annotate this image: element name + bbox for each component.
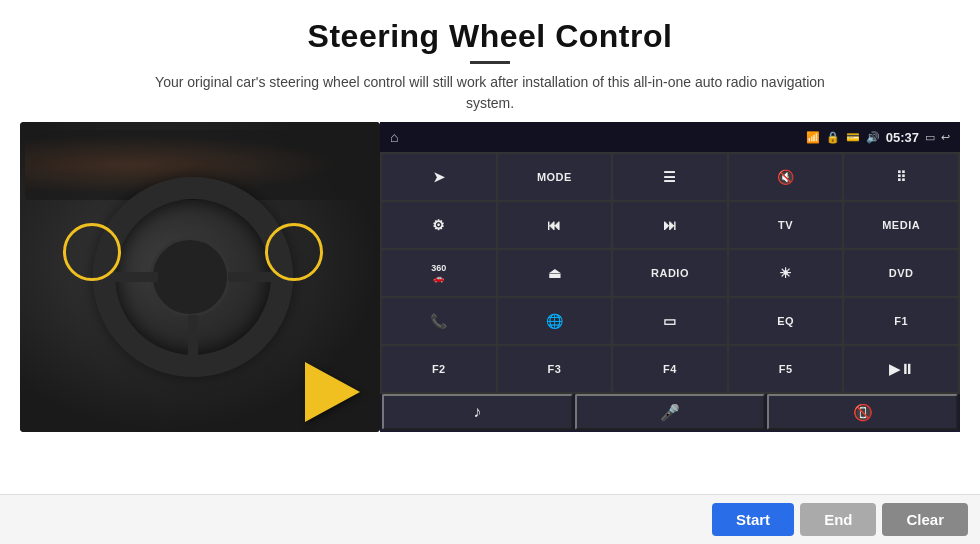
yellow-circle-right	[265, 223, 323, 281]
f3-button[interactable]: F3	[498, 346, 612, 392]
eq-button[interactable]: EQ	[729, 298, 843, 344]
media-label: MEDIA	[882, 219, 920, 231]
icon-row: ♪ 🎤 📵	[380, 394, 960, 432]
radio-button[interactable]: RADIO	[613, 250, 727, 296]
list-button[interactable]: ☰	[613, 154, 727, 200]
yellow-arrow-icon	[305, 362, 360, 422]
status-bar: ⌂ 📶 🔒 💳 🔊 05:37 ▭ ↩	[380, 122, 960, 152]
360cam-label: 360🚗	[431, 263, 446, 283]
tv-button[interactable]: TV	[729, 202, 843, 248]
tv-label: TV	[778, 219, 793, 231]
mode-button[interactable]: MODE	[498, 154, 612, 200]
spoke-left	[108, 272, 158, 282]
radio-panel: ⌂ 📶 🔒 💳 🔊 05:37 ▭ ↩ ➤ MODE ☰ 🔇	[380, 122, 960, 432]
playpause-button[interactable]: ▶⏸	[844, 346, 958, 392]
back-icon[interactable]: ↩	[941, 131, 950, 144]
title-divider	[470, 61, 510, 64]
nav-icon: ➤	[433, 169, 445, 185]
mute-icon: 🔇	[777, 169, 794, 185]
browser-icon: 🌐	[546, 313, 563, 329]
f5-label: F5	[779, 363, 793, 375]
bluetooth-icon: 🔊	[866, 131, 880, 144]
bottom-bar: Start End Clear	[0, 494, 980, 544]
spoke-right	[228, 272, 278, 282]
wheel-inner	[150, 237, 230, 317]
page-title: Steering Wheel Control	[20, 18, 960, 55]
steering-image	[20, 122, 380, 432]
music-button[interactable]: ♪	[382, 394, 573, 430]
mode-label: MODE	[537, 171, 572, 183]
page-wrapper: Steering Wheel Control Your original car…	[0, 0, 980, 544]
phone-icon: 📞	[430, 313, 447, 329]
f4-button[interactable]: F4	[613, 346, 727, 392]
status-left: ⌂	[390, 129, 398, 145]
eq-label: EQ	[777, 315, 794, 327]
end-button[interactable]: End	[800, 503, 876, 536]
status-right: 📶 🔒 💳 🔊 05:37 ▭ ↩	[806, 130, 950, 145]
arrow-area	[305, 362, 360, 422]
content-area: ⌂ 📶 🔒 💳 🔊 05:37 ▭ ↩ ➤ MODE ☰ 🔇	[0, 122, 980, 494]
apps-icon: ⠿	[896, 169, 906, 185]
time-display: 05:37	[886, 130, 919, 145]
browser-button[interactable]: 🌐	[498, 298, 612, 344]
f4-label: F4	[663, 363, 677, 375]
subtitle: Your original car's steering wheel contr…	[150, 72, 830, 114]
button-grid: ➤ MODE ☰ 🔇 ⠿ ⚙ ⏮ ⏭ TV MEDIA 360🚗 ⏏ RADIO…	[380, 152, 960, 394]
music-icon: ♪	[473, 403, 481, 421]
next-button[interactable]: ⏭	[613, 202, 727, 248]
phone-button[interactable]: 📞	[382, 298, 496, 344]
brightness-icon: ☀	[779, 265, 792, 281]
mic-button[interactable]: 🎤	[575, 394, 766, 430]
nav-button[interactable]: ➤	[382, 154, 496, 200]
dvd-button[interactable]: DVD	[844, 250, 958, 296]
start-button[interactable]: Start	[712, 503, 794, 536]
rect-button[interactable]: ▭	[613, 298, 727, 344]
next-icon: ⏭	[663, 217, 677, 233]
yellow-circle-left	[63, 223, 121, 281]
f5-button[interactable]: F5	[729, 346, 843, 392]
mute-button[interactable]: 🔇	[729, 154, 843, 200]
apps-button[interactable]: ⠿	[844, 154, 958, 200]
spoke-bottom	[188, 315, 198, 370]
f2-label: F2	[432, 363, 446, 375]
lock-icon: 🔒	[826, 131, 840, 144]
f2-button[interactable]: F2	[382, 346, 496, 392]
header-section: Steering Wheel Control Your original car…	[0, 0, 980, 122]
radio-label: RADIO	[651, 267, 689, 279]
sim-icon: 💳	[846, 131, 860, 144]
phone-mute-icon: 📵	[853, 403, 873, 422]
eject-button[interactable]: ⏏	[498, 250, 612, 296]
dvd-label: DVD	[889, 267, 914, 279]
mic-icon: 🎤	[660, 403, 680, 422]
media-button[interactable]: MEDIA	[844, 202, 958, 248]
prev-icon: ⏮	[547, 217, 561, 233]
settings-icon: ⚙	[432, 217, 445, 233]
prev-button[interactable]: ⏮	[498, 202, 612, 248]
playpause-icon: ▶⏸	[889, 361, 914, 377]
f3-label: F3	[547, 363, 561, 375]
cast-icon: ▭	[925, 131, 935, 144]
list-icon: ☰	[663, 169, 676, 185]
brightness-button[interactable]: ☀	[729, 250, 843, 296]
home-icon[interactable]: ⌂	[390, 129, 398, 145]
phone-mute-button[interactable]: 📵	[767, 394, 958, 430]
rect-icon: ▭	[663, 313, 676, 329]
eject-icon: ⏏	[548, 265, 561, 281]
f1-label: F1	[894, 315, 908, 327]
settings-button[interactable]: ⚙	[382, 202, 496, 248]
wifi-icon: 📶	[806, 131, 820, 144]
clear-button[interactable]: Clear	[882, 503, 968, 536]
360cam-button[interactable]: 360🚗	[382, 250, 496, 296]
f1-button[interactable]: F1	[844, 298, 958, 344]
